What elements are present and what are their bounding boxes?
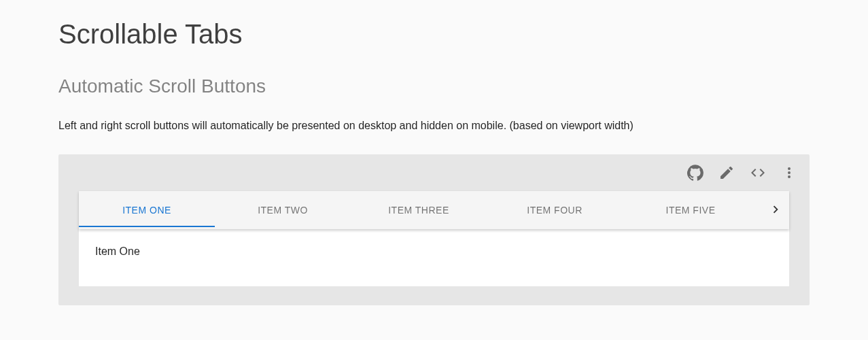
- edit-icon: [718, 165, 735, 183]
- tabs-bar: ITEM ONE ITEM TWO ITEM THREE ITEM FOUR I…: [79, 191, 789, 229]
- tab-label: ITEM ONE: [122, 205, 171, 216]
- tab-label: ITEM FIVE: [666, 205, 716, 216]
- edit-button[interactable]: [713, 160, 740, 187]
- tab-item-three[interactable]: ITEM THREE: [351, 193, 487, 227]
- tab-label: ITEM TWO: [258, 205, 308, 216]
- tab-item-five[interactable]: ITEM FIVE: [623, 193, 759, 227]
- scroll-right-button[interactable]: [762, 191, 789, 229]
- tab-label: ITEM FOUR: [527, 205, 583, 216]
- demo-panel: ITEM ONE ITEM TWO ITEM THREE ITEM FOUR I…: [58, 154, 810, 305]
- section-description: Left and right scroll buttons will autom…: [58, 118, 810, 134]
- tab-item-one[interactable]: ITEM ONE: [79, 193, 215, 227]
- tab-item-four[interactable]: ITEM FOUR: [487, 193, 623, 227]
- more-vert-icon: [781, 165, 797, 183]
- demo-toolbar: [58, 154, 810, 191]
- more-button[interactable]: [776, 160, 803, 187]
- tab-label: ITEM THREE: [388, 205, 449, 216]
- chevron-right-icon: [768, 202, 783, 219]
- tabs-scroller[interactable]: ITEM ONE ITEM TWO ITEM THREE ITEM FOUR I…: [79, 193, 789, 227]
- tab-item-two[interactable]: ITEM TWO: [215, 193, 351, 227]
- page-title: Scrollable Tabs: [58, 19, 810, 50]
- tab-panel: Item One: [79, 229, 789, 286]
- github-icon: [687, 165, 704, 183]
- code-icon: [750, 165, 766, 183]
- github-button[interactable]: [682, 160, 709, 187]
- tabs-card: ITEM ONE ITEM TWO ITEM THREE ITEM FOUR I…: [79, 191, 789, 286]
- section-subtitle: Automatic Scroll Buttons: [58, 75, 810, 97]
- code-button[interactable]: [744, 160, 771, 187]
